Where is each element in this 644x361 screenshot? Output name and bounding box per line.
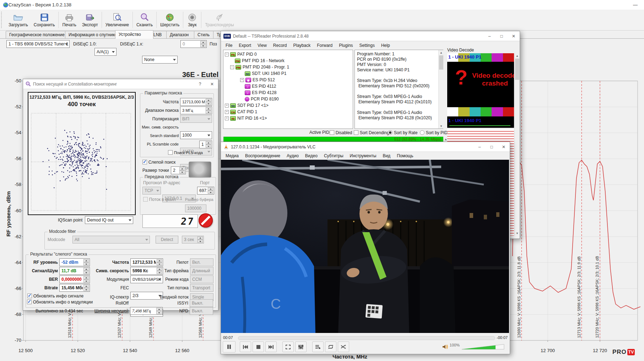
snr-spinner[interactable]: 11,7 dB [59, 267, 90, 275]
loop-button[interactable] [325, 341, 336, 352]
toolbar-grip[interactable] [1, 12, 5, 28]
tree-item[interactable]: PCR PID 8190 [225, 96, 353, 102]
tsreader-close-button[interactable]: ✕ [508, 31, 520, 41]
print-button[interactable]: Печать [59, 10, 79, 29]
menu-settings[interactable]: Settings [356, 42, 378, 49]
diseqc1x-select[interactable]: None [142, 56, 178, 64]
save-button[interactable]: Сохранить [31, 10, 58, 29]
tab-device[interactable]: Устройство [115, 30, 153, 39]
next-button[interactable] [265, 341, 277, 352]
sort-by-pid-radio[interactable] [420, 130, 424, 135]
wool-button[interactable]: Шерстить [157, 10, 182, 29]
menu-audio[interactable]: Аудио [283, 152, 302, 159]
main-minimize-button[interactable]: — [633, 2, 638, 7]
dialog-help-button[interactable]: ? [194, 79, 206, 89]
bitrate-spinner[interactable]: 15,456 Мби [59, 284, 90, 292]
expand-icon[interactable]: + [225, 104, 229, 108]
carrier-width-spinner[interactable]: 7,498 МГц [130, 307, 163, 315]
expand-icon[interactable]: + [225, 116, 229, 120]
vlc-close-button[interactable]: ✕ [498, 142, 510, 152]
tree-item[interactable]: + ◉ ES PID 512 [225, 77, 353, 83]
search-frequency-spinner[interactable]: 12713,000 МГц [180, 98, 212, 106]
menu-tools[interactable]: Инструменты [347, 152, 380, 159]
blind-search-checkbox[interactable] [142, 160, 147, 164]
update-modulation-checkbox[interactable] [27, 300, 32, 304]
stop-button[interactable] [253, 341, 264, 352]
menu-playback[interactable]: Playback [290, 42, 314, 49]
symbolrate-spinner[interactable]: 5998 Кс [130, 267, 163, 275]
iqscan-point-select[interactable]: Demod IQ out [85, 216, 133, 224]
collapse-icon[interactable]: − [230, 65, 234, 69]
update-signal-checkbox[interactable] [27, 294, 32, 298]
menu-playback[interactable]: Воспроизведение [242, 152, 283, 159]
tree-item[interactable]: + SD SDT PID 17 <1> [225, 102, 353, 109]
collapse-icon[interactable]: − [225, 53, 229, 56]
menu-forward[interactable]: Forward [314, 42, 336, 49]
tree-item[interactable]: + NI NIT PID 16 <1> [225, 115, 353, 121]
expand-icon[interactable]: + [240, 78, 244, 82]
menu-plugins[interactable]: Plugins [336, 42, 356, 49]
protocol-select[interactable]: TCP [142, 187, 161, 195]
vlc-minimize-button[interactable]: – [473, 142, 486, 152]
tab-geo[interactable]: Географическое положение [6, 31, 69, 38]
menu-video[interactable]: Видео [302, 152, 321, 159]
vlc-maximize-button[interactable]: □ [486, 142, 498, 152]
modulation-select[interactable]: DVBS2/16APSK [130, 275, 163, 283]
dialog-close-button[interactable]: ✕ [206, 79, 218, 89]
tab-range[interactable]: Диапазон [166, 31, 197, 38]
export-button[interactable]: Экспорт [79, 10, 101, 29]
tree-item[interactable]: ♪ ES PID 4112 [225, 83, 353, 89]
shuffle-button[interactable] [338, 341, 349, 352]
detect-button[interactable]: Detect [156, 236, 178, 244]
extended-settings-button[interactable] [295, 341, 307, 352]
port-spinner[interactable]: 6971 [197, 187, 214, 195]
menu-media[interactable]: Медиа [222, 152, 242, 159]
buffer-field[interactable]: 100000 [185, 204, 206, 212]
video-frame[interactable]: C [221, 160, 509, 333]
tsreader-maximize-button[interactable]: □ [496, 31, 508, 41]
fullscreen-button[interactable] [282, 341, 294, 352]
stop-icon[interactable] [199, 213, 213, 228]
menu-export[interactable]: Export [236, 42, 254, 49]
tab-satellite-info[interactable]: Информация о спутнике [65, 31, 119, 38]
sort-descending-checkbox[interactable] [354, 130, 358, 135]
playlist-button[interactable] [312, 341, 324, 352]
pause-button[interactable] [223, 341, 236, 352]
zoom-button[interactable]: Увеличение [103, 10, 132, 29]
position-spinner[interactable]: 0 [180, 40, 207, 48]
tuner-select[interactable]: 1 - TBS 6908 DVBS/S2 Tuner 1 [6, 40, 70, 48]
tree-item[interactable]: + CA CAT PID 1 [225, 109, 353, 115]
sound-button[interactable]: Звук [184, 10, 200, 29]
tree-item[interactable]: − PM PMT PID 2048 - Progr. 1 [225, 64, 353, 70]
ber-spinner[interactable]: 0,0000000 [59, 275, 90, 283]
point-size-spinner[interactable]: 2 [171, 166, 186, 174]
volume-icon[interactable] [442, 344, 448, 350]
menu-record[interactable]: Record [270, 42, 290, 49]
modcode-select[interactable]: All [72, 236, 150, 244]
menu-view[interactable]: View [254, 42, 270, 49]
previous-button[interactable] [240, 341, 251, 352]
tree-item[interactable]: ♪ ES PID 4128 [225, 89, 353, 96]
min-symbolrate-select[interactable]: 1000 [180, 131, 212, 139]
rf-level-spinner[interactable]: -52 dBm [59, 258, 90, 266]
tree-item[interactable]: PM PMT PID 16 - Network [225, 58, 353, 64]
polarization-select[interactable]: В/П [180, 115, 212, 123]
load-button[interactable]: Загрузить [6, 10, 31, 29]
search-range-spinner[interactable]: 3 МГц [180, 106, 212, 114]
stream-to-file-checkbox[interactable] [143, 197, 148, 202]
disabled-checkbox[interactable] [330, 130, 334, 135]
menu-help[interactable]: Help [378, 42, 393, 49]
tree-item[interactable]: SD SDT: UKI 1940 P1 [225, 70, 353, 77]
pls-number-spinner[interactable]: 1 [199, 141, 212, 148]
sort-by-rate-radio[interactable] [388, 130, 393, 135]
expand-icon[interactable]: + [225, 110, 229, 114]
seek-bar[interactable] [238, 336, 495, 340]
result-frequency-spinner[interactable]: 12712,533 МГ [130, 258, 163, 266]
menu-file[interactable]: File [222, 42, 236, 49]
pls-search-checkbox[interactable] [168, 150, 173, 155]
volume-slider[interactable] [462, 344, 504, 350]
menu-help[interactable]: Помощь [394, 152, 416, 159]
menu-subtitles[interactable]: Субтитры [321, 152, 347, 159]
video-decode-scrollbar[interactable]: ▲▼ [514, 53, 520, 236]
menu-view[interactable]: Вид [379, 152, 394, 159]
